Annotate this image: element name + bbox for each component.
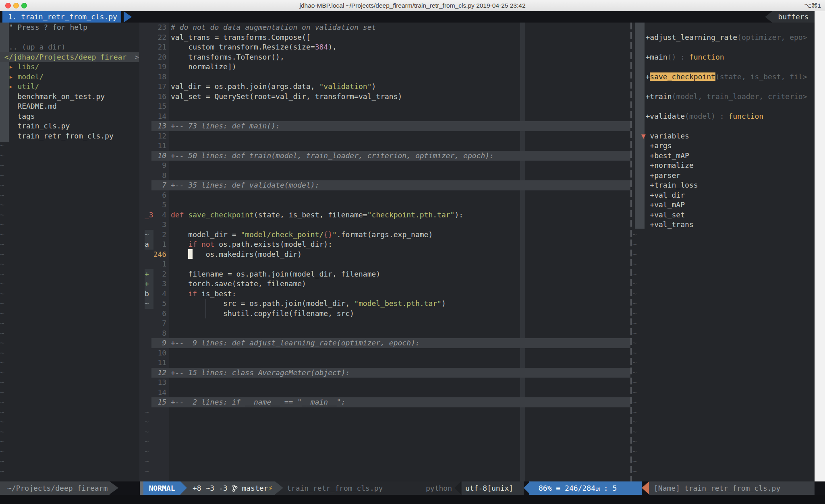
code-line[interactable]: 15 +-- 2 lines: if __name__ == "__main__… xyxy=(145,397,630,407)
tree-item[interactable]: tags xyxy=(0,112,139,122)
code-line[interactable]: 7 +-- 35 lines: def validate(model): xyxy=(145,180,630,190)
tag-item[interactable]: +val_dir xyxy=(632,190,815,200)
empty-line-tilde: ~ xyxy=(0,397,139,407)
code-line[interactable]: 9 +-- 9 lines: def adjust_learning_rate(… xyxy=(145,338,630,348)
code-line[interactable]: 7 xyxy=(145,318,630,328)
tree-item[interactable]: ▸ util/ xyxy=(0,82,139,92)
text-segment: ), xyxy=(328,43,337,51)
code-line[interactable]: ~5 src = os.path.join(model_dir, "model_… xyxy=(145,299,630,309)
tag-item[interactable]: +parser xyxy=(632,171,815,181)
close-button[interactable] xyxy=(5,3,11,8)
tag-item[interactable]: +train(model, train_loader, criterio> xyxy=(632,92,815,102)
code-line[interactable]: 13 +-- 73 lines: def main(): xyxy=(145,121,630,131)
editor-scrollbar[interactable] xyxy=(815,11,825,504)
tag-item[interactable]: ▼ variables xyxy=(632,131,815,141)
tag-item[interactable] xyxy=(632,121,815,131)
tag-item[interactable]: +save_checkpoint(state, is_best, fil> xyxy=(632,72,815,82)
tab-train-retr-from-cls[interactable]: 1. train_retr_from_cls.py xyxy=(2,11,121,23)
tag-item[interactable]: +val_set xyxy=(632,210,815,220)
lightning-icon: ⚡ xyxy=(268,484,272,492)
tag-item[interactable]: +best_mAP xyxy=(632,151,815,161)
tagbar-split-separator[interactable] xyxy=(630,23,632,481)
code-line[interactable]: 246 os.makedirs(model_dir) xyxy=(145,250,630,260)
empty-line-tilde: ~ xyxy=(0,348,139,358)
text-segment: # do not do data augmentation on validat… xyxy=(171,23,376,31)
code-line[interactable]: 5 xyxy=(145,200,630,210)
code-line[interactable]: 10 +-- 50 lines: def train(model, train_… xyxy=(145,151,630,161)
empty-line-tilde: ~ xyxy=(632,299,815,309)
code-line[interactable]: 3 xyxy=(145,220,630,230)
buffers-label[interactable]: buffers xyxy=(772,11,815,23)
code-line[interactable]: 12 xyxy=(145,131,630,141)
tag-item[interactable]: +train_loss xyxy=(632,180,815,190)
code-line[interactable]: +2 filename = os.path.join(model_dir, fi… xyxy=(145,269,630,279)
tag-item[interactable] xyxy=(632,23,815,33)
zoom-button[interactable] xyxy=(21,3,27,8)
powerline-arrow xyxy=(275,481,283,494)
text-segment: : xyxy=(715,112,729,120)
code-line[interactable]: 16 val_set = QuerySet(root=val_dir, tran… xyxy=(145,92,630,102)
code-line[interactable]: 15 xyxy=(145,101,630,112)
code-line[interactable]: 11 xyxy=(145,358,630,368)
empty-line-tilde: ~ xyxy=(632,417,815,427)
code-line[interactable]: 14 xyxy=(145,112,630,122)
tree-item[interactable]: train_cls.py xyxy=(0,121,139,131)
empty-line-tilde: ~ xyxy=(0,338,139,348)
tree-item[interactable]: benchmark_on_test.py xyxy=(0,92,139,102)
lines-icon: ≡ xyxy=(556,484,560,492)
code-line[interactable]: 18 xyxy=(145,72,630,82)
line-number: 13 xyxy=(153,378,167,388)
code-line[interactable]: 8 xyxy=(145,328,630,339)
empty-line-tilde: ~ xyxy=(0,230,139,240)
tree-item[interactable] xyxy=(0,33,139,43)
minimize-button[interactable] xyxy=(13,3,19,8)
tree-item[interactable]: README.md xyxy=(0,101,139,112)
code-line[interactable]: 12 +-- 15 lines: class AverageMeter(obje… xyxy=(145,368,630,378)
tag-item[interactable]: +normalize xyxy=(632,161,815,171)
line-number: 7 xyxy=(153,180,167,190)
code-line[interactable]: 19 normalize]) xyxy=(145,62,630,72)
tag-item[interactable] xyxy=(632,82,815,92)
code-line[interactable]: 10 xyxy=(145,348,630,358)
code-line[interactable]: _34 def save_checkpoint(state, is_best, … xyxy=(145,210,630,220)
code-line[interactable]: 17 val_dir = os.path.join(args.data, "va… xyxy=(145,82,630,92)
code-line[interactable]: 23 # do not do data augmentation on vali… xyxy=(145,23,630,33)
tree-item[interactable]: train_retr_from_cls.py xyxy=(0,131,139,141)
text-segment: def xyxy=(171,211,188,219)
code-line[interactable]: 11 xyxy=(145,141,630,151)
tag-item[interactable]: +args xyxy=(632,141,815,151)
code-line[interactable]: 6 shutil.copyfile(filename, src) xyxy=(145,309,630,319)
tag-item[interactable]: +val_trans xyxy=(632,220,815,230)
line-number: 4 xyxy=(153,289,167,299)
code-line[interactable]: 1 xyxy=(145,259,630,269)
tag-item[interactable] xyxy=(632,101,815,112)
tag-item[interactable]: +main() : function xyxy=(632,52,815,62)
line-number: 3 xyxy=(153,279,167,289)
code-line[interactable]: +3 torch.save(state, filename) xyxy=(145,279,630,289)
code-line[interactable]: 13 xyxy=(145,378,630,388)
tag-item[interactable]: +val_mAP xyxy=(632,200,815,210)
window-title: jdhao-MBP.local ~/Projects/deep_firearm/… xyxy=(0,0,825,11)
tag-item[interactable]: +adjust_learning_rate(optimizer, epo> xyxy=(632,33,815,43)
tag-item[interactable] xyxy=(632,42,815,52)
code-line[interactable]: b4 if is_best: xyxy=(145,289,630,299)
code-line[interactable]: 14 xyxy=(145,388,630,398)
text-segment: torch.save(state, filename) xyxy=(171,279,306,288)
line-number: 13 xyxy=(153,121,167,131)
tree-item[interactable]: ▸ libs/ xyxy=(0,62,139,72)
tree-item[interactable]: .. (up a dir) xyxy=(0,42,139,52)
code-line[interactable]: ~2 model_dir = "model/check_point/{}".fo… xyxy=(145,230,630,240)
code-line[interactable]: 6 xyxy=(145,190,630,200)
tag-item[interactable]: +validate(model) : function xyxy=(632,112,815,122)
empty-line-tilde: ~ xyxy=(632,348,815,358)
code-line[interactable]: 21 custom_transform.Resize(size=384), xyxy=(145,42,630,52)
tree-item[interactable]: </jdhao/Projects/deep_firear> xyxy=(0,52,139,62)
code-line[interactable]: 22 val_trans = transforms.Compose([ xyxy=(145,33,630,43)
tag-item[interactable] xyxy=(632,62,815,72)
tree-item[interactable]: ▸ model/ xyxy=(0,72,139,82)
code-line[interactable]: 20 transforms.ToTensor(), xyxy=(145,52,630,62)
tree-item[interactable]: " Press ? for help xyxy=(0,23,139,33)
code-line[interactable]: 8 xyxy=(145,171,630,181)
code-line[interactable]: a1 if not os.path.exists(model_dir): xyxy=(145,240,630,250)
code-line[interactable]: 9 xyxy=(145,161,630,171)
